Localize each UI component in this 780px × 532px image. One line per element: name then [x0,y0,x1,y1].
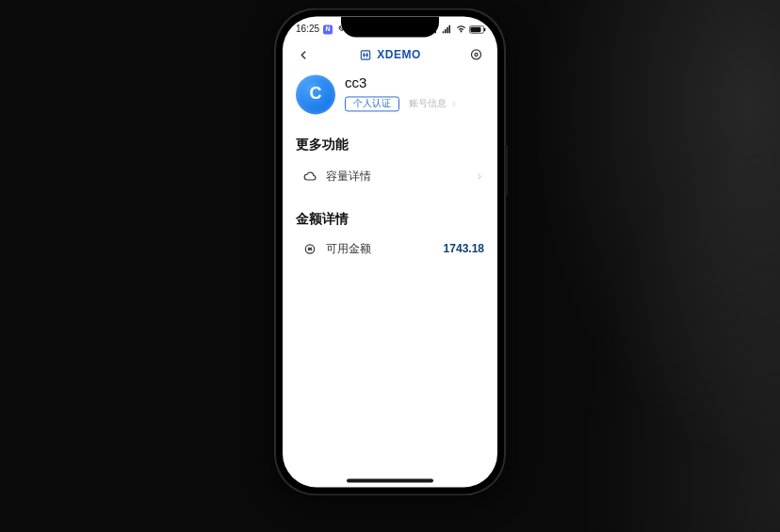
battery-icon [469,24,486,34]
account-info-link[interactable]: 账号信息 [409,97,458,110]
wifi-icon [456,24,466,33]
capacity-label: 容量详情 [326,169,371,185]
more-section-title: 更多功能 [283,120,497,159]
settings-icon [469,47,483,61]
profile-section: C cc3 个人认证 账号信息 [283,71,497,120]
chevron-right-icon [475,171,484,181]
status-time: 16:25 [296,24,319,34]
app-header: XDEMO [283,39,497,71]
coin-icon [303,242,317,255]
chevron-right-icon [450,100,458,107]
capacity-row-left: 容量详情 [303,169,371,185]
signal-icon-2 [442,24,453,33]
brand-name: XDEMO [377,48,421,61]
available-value: 1743.18 [444,242,484,255]
app-badge-icon: N [323,24,333,34]
personal-auth-chip[interactable]: 个人认证 [345,96,399,111]
device-notch [341,16,439,37]
svg-point-4 [472,50,481,59]
phone-frame: 16:25 N ⋯ XDEMO [274,8,506,495]
chips-row: 个人认证 账号信息 [345,96,458,111]
svg-rect-1 [470,26,480,32]
screen: 16:25 N ⋯ XDEMO [283,16,497,487]
home-indicator[interactable] [347,478,433,482]
svg-rect-2 [484,27,485,30]
chevron-left-icon [297,48,310,61]
back-button[interactable] [294,45,313,64]
available-label: 可用金额 [326,241,371,257]
username: cc3 [345,74,458,90]
amount-row-left: 可用金额 [303,241,371,257]
svg-point-5 [475,53,478,56]
power-button [505,144,508,195]
profile-main: cc3 个人认证 账号信息 [345,74,458,111]
avatar[interactable]: C [296,74,335,114]
cloud-icon [303,169,317,183]
account-info-label: 账号信息 [409,97,447,110]
brand: XDEMO [359,48,421,61]
available-amount-row[interactable]: 可用金额 1743.18 [283,234,497,266]
settings-button[interactable] [467,45,486,64]
status-left: 16:25 N [296,24,345,34]
capacity-row[interactable]: 容量详情 [283,159,497,194]
brand-logo-icon [359,48,372,61]
amount-section-title: 金额详情 [283,194,497,234]
